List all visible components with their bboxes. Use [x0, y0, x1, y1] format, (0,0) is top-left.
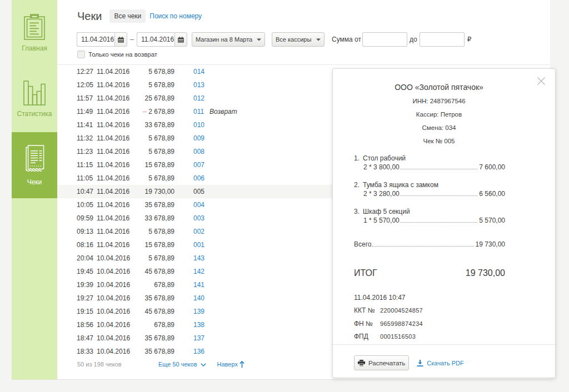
cell-time: 11:49: [77, 108, 97, 115]
shift-number: Смена: 034: [354, 123, 524, 133]
receipt-number-link[interactable]: 136: [193, 348, 207, 355]
receipt-number-link[interactable]: 014: [193, 68, 207, 76]
cashier-select[interactable]: Все кассиры: [272, 32, 325, 47]
cell-date: 11.04.2016: [97, 241, 128, 249]
receipt-header: ООО «Золотой пятачок» ИНН: 2487967546 Ка…: [354, 69, 524, 146]
cell-time: 09:13: [77, 228, 97, 235]
receipt-number-link[interactable]: 013: [193, 81, 207, 89]
receipt-number-link[interactable]: 004: [193, 201, 207, 209]
amount-value: 45 678,89: [145, 268, 174, 275]
sum-from-input[interactable]: [362, 32, 407, 47]
tab-all-receipts[interactable]: Все чеки: [109, 9, 146, 23]
cell-time: 19:39: [77, 281, 97, 289]
cell-time: 19:45: [77, 268, 97, 275]
cell-amount: 45 678,89: [128, 308, 174, 315]
receipt-number-link[interactable]: 009: [193, 134, 207, 142]
sum-to-input[interactable]: [420, 32, 465, 47]
download-pdf-label: Скачать PDF: [427, 360, 463, 366]
print-button[interactable]: Распечатать: [354, 355, 409, 370]
cell-amount: 15 678,89: [128, 161, 174, 169]
amount-value: 5 678,89: [148, 81, 174, 89]
cell-time: 10:47: [77, 188, 97, 195]
cell-amount: 678,89: [128, 321, 174, 329]
store-select[interactable]: Магазин на 8 Марта: [192, 32, 265, 47]
meta-value: 220004524857: [380, 304, 423, 318]
receipt-item: 1.Стол рабочий 2 * 3 800,007 600,00: [354, 154, 505, 172]
cell-date: 10.04.2016: [97, 268, 128, 275]
load-more-link[interactable]: Еще 50 чеков: [158, 361, 206, 368]
cell-date: 11.04.2016: [97, 68, 128, 76]
receipt-number-link[interactable]: 142: [193, 268, 207, 275]
subtotal-amount: 19 730,00: [476, 240, 505, 249]
cell-time: 11:41: [77, 121, 97, 129]
cell-amount: 35 678,89: [128, 201, 174, 209]
currency-symbol: ₽: [467, 36, 472, 43]
calendar-from-button[interactable]: [114, 32, 127, 47]
receipt-number-link[interactable]: 005: [193, 188, 207, 195]
company-inn: ИНН: 2487967546: [354, 97, 524, 106]
tab-search-by-number[interactable]: Поиск по номеру: [149, 12, 202, 20]
sidebar-item[interactable]: Статистика: [12, 66, 57, 132]
amount-value: 5 678,89: [148, 148, 174, 155]
sidebar-item[interactable]: Главная: [12, 0, 57, 66]
cell-date: 11.04.2016: [97, 161, 128, 169]
bar-chart-icon: [23, 81, 46, 105]
dotted-leader: [400, 195, 478, 196]
receipt-number-link[interactable]: 138: [193, 321, 207, 329]
cell-amount: 5 678,89: [128, 134, 174, 142]
item-amount: 7 600,00: [479, 163, 505, 172]
chevron-down-icon: [257, 38, 261, 41]
item-amount: 6 560,00: [479, 189, 505, 198]
cell-date: 11.04.2016: [97, 174, 128, 182]
cell-amount: 15 678,89: [128, 241, 174, 249]
cell-time: 18:33: [77, 348, 97, 355]
amount-value: 678,89: [154, 281, 174, 289]
close-icon[interactable]: [537, 77, 546, 86]
date-from-input[interactable]: [77, 32, 114, 47]
receipt-number-link[interactable]: 137: [193, 334, 207, 342]
receipt-item: 3.Шкаф 5 секций 1 * 5 570,005 570,00: [354, 207, 505, 225]
returns-only-label: Только чеки на возврат: [88, 51, 157, 58]
amount-value: 678,89: [154, 321, 174, 329]
back-to-top-label: Наверх: [217, 361, 237, 368]
cell-date: 10.04.2016: [97, 308, 128, 315]
amount-value: 2 678,89: [148, 108, 174, 115]
cell-date: 10.04.2016: [97, 334, 128, 342]
receipt-number-link[interactable]: 012: [193, 94, 207, 102]
receipt-number-link[interactable]: 143: [193, 254, 207, 262]
amount-value: 25 678,89: [145, 94, 174, 102]
sidebar-item[interactable]: Чеки: [12, 132, 57, 198]
meta-label: ФПД: [354, 330, 380, 344]
sidebar-item-label: Главная: [22, 44, 47, 52]
receipt-number-link[interactable]: 011: [193, 108, 207, 115]
clipboard-icon: [24, 14, 45, 40]
receipt-number-link[interactable]: 002: [193, 228, 207, 235]
dotted-leader: [400, 222, 478, 223]
cell-time: 18:47: [77, 334, 97, 342]
date-to-input[interactable]: [137, 32, 174, 47]
receipt-number-link[interactable]: 003: [193, 214, 207, 222]
receipt-meta: ККТ № 220004524857 ФН № 965998874234 ФПД…: [354, 304, 505, 344]
amount-value: 5 678,89: [148, 254, 174, 262]
back-to-top-link[interactable]: Наверх: [217, 361, 244, 368]
receipt-number-link[interactable]: 010: [193, 121, 207, 129]
cell-date: 10.04.2016: [97, 254, 128, 262]
item-calc: 2 * 3 800,00: [363, 163, 400, 172]
cell-amount: 5 678,89: [128, 81, 174, 89]
receipt-number-link[interactable]: 007: [193, 161, 207, 169]
receipt-number-link[interactable]: 008: [193, 148, 207, 155]
sum-from-label: Сумма от: [332, 36, 361, 43]
meta-row: ФН № 965998874234: [354, 318, 505, 331]
download-pdf-link[interactable]: Скачать PDF: [417, 360, 463, 366]
cell-amount: 19 730,00: [128, 188, 174, 195]
receipt-number-link[interactable]: 001: [193, 241, 207, 249]
filter-bar: – Магазин на 8 Марта Все кассиры Сумма о…: [77, 32, 471, 47]
calendar-to-button[interactable]: [174, 32, 187, 47]
cell-date: 11.04.2016: [97, 121, 128, 129]
receipt-number-link[interactable]: 141: [193, 281, 207, 289]
receipt-number-link[interactable]: 139: [193, 308, 207, 315]
receipt-number-link[interactable]: 140: [193, 294, 207, 302]
sidebar-item-label: Чеки: [27, 178, 42, 186]
receipt-number-link[interactable]: 006: [193, 174, 207, 182]
returns-only-checkbox[interactable]: [77, 51, 85, 58]
